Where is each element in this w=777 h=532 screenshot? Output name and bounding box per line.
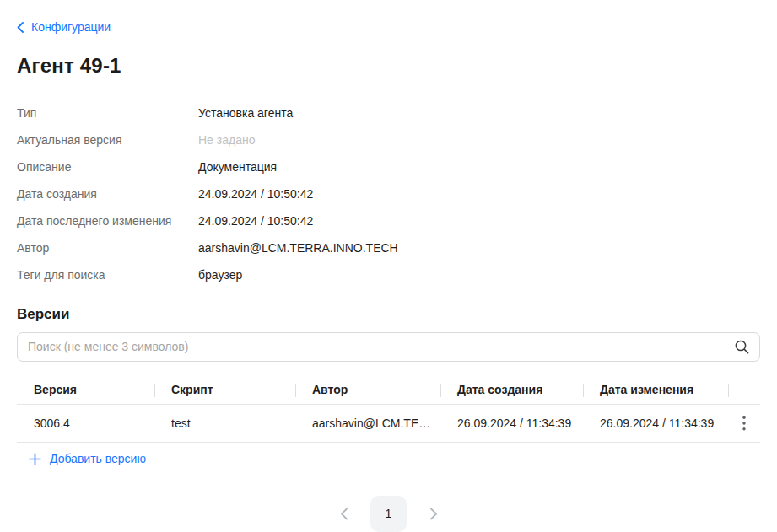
back-link[interactable]: Конфигурации: [17, 20, 111, 34]
cell-modified: 26.09.2024 / 11:34:39: [583, 416, 728, 430]
detail-row-actual-version: Актуальная версия Не задано: [17, 126, 760, 153]
search-icon[interactable]: [734, 339, 750, 355]
detail-value: Не задано: [198, 133, 255, 147]
column-header-author: Автор: [295, 376, 440, 404]
detail-label: Тип: [17, 106, 198, 120]
detail-label: Описание: [17, 160, 198, 174]
cell-author: aarshavin@LCM.TE…: [295, 416, 440, 430]
detail-value: Документация: [198, 160, 277, 174]
detail-label: Автор: [17, 241, 198, 255]
detail-label: Актуальная версия: [17, 133, 198, 147]
kebab-icon: [742, 416, 746, 431]
detail-label: Дата последнего изменения: [17, 214, 198, 228]
detail-row-author: Автор aarshavin@LCM.TERRA.INNO.TECH: [17, 234, 760, 261]
page-title: Агент 49-1: [17, 54, 760, 78]
detail-value: Установка агента: [198, 106, 293, 120]
column-header-version: Версия: [17, 376, 154, 404]
detail-value: 24.09.2024 / 10:50:42: [198, 214, 313, 228]
back-link-label: Конфигурации: [31, 20, 111, 34]
detail-row-search-tags: Теги для поиска браузер: [17, 261, 760, 288]
detail-value: 24.09.2024 / 10:50:42: [198, 187, 313, 201]
column-header-created: Дата создания: [440, 376, 583, 404]
search-box: [17, 332, 760, 362]
chevron-left-icon: [17, 22, 24, 33]
detail-row-description: Описание Документация: [17, 153, 760, 180]
chevron-left-icon: [340, 508, 348, 520]
detail-value: браузер: [198, 268, 242, 282]
agent-details-page: Конфигурации Агент 49-1 Тип Установка аг…: [0, 0, 777, 532]
chevron-right-icon: [430, 508, 438, 520]
plus-icon: [29, 453, 41, 465]
detail-row-created-date: Дата создания 24.09.2024 / 10:50:42: [17, 180, 760, 207]
details-list: Тип Установка агента Актуальная версия Н…: [17, 99, 760, 288]
table-header-row: Версия Скрипт Автор Дата создания Дата и…: [17, 376, 760, 405]
pagination-prev-button[interactable]: [335, 496, 352, 532]
add-version-button[interactable]: Добавить версию: [17, 452, 146, 465]
detail-label: Дата создания: [17, 187, 198, 201]
add-version-label: Добавить версию: [50, 452, 146, 465]
add-version-row: Добавить версию: [17, 443, 760, 476]
detail-row-modified-date: Дата последнего изменения 24.09.2024 / 1…: [17, 207, 760, 234]
table-row[interactable]: 3006.4 test aarshavin@LCM.TE… 26.09.2024…: [17, 405, 760, 443]
pagination-next-button[interactable]: [425, 496, 442, 532]
detail-value: aarshavin@LCM.TERRA.INNO.TECH: [198, 241, 398, 255]
versions-table: Версия Скрипт Автор Дата создания Дата и…: [17, 376, 760, 476]
cell-script: test: [154, 416, 295, 430]
cell-version: 3006.4: [17, 416, 154, 430]
column-header-script: Скрипт: [154, 376, 295, 404]
column-header-actions: [728, 376, 760, 404]
versions-section-title: Версии: [17, 305, 760, 324]
cell-created: 26.09.2024 / 11:34:39: [440, 416, 583, 430]
detail-row-type: Тип Установка агента: [17, 99, 760, 126]
pagination-page-1[interactable]: 1: [370, 496, 407, 532]
detail-label: Теги для поиска: [17, 268, 198, 282]
row-actions-menu-button[interactable]: [728, 405, 760, 442]
pagination: 1: [17, 496, 760, 532]
search-input[interactable]: [17, 332, 760, 362]
column-header-modified: Дата изменения: [583, 376, 728, 404]
